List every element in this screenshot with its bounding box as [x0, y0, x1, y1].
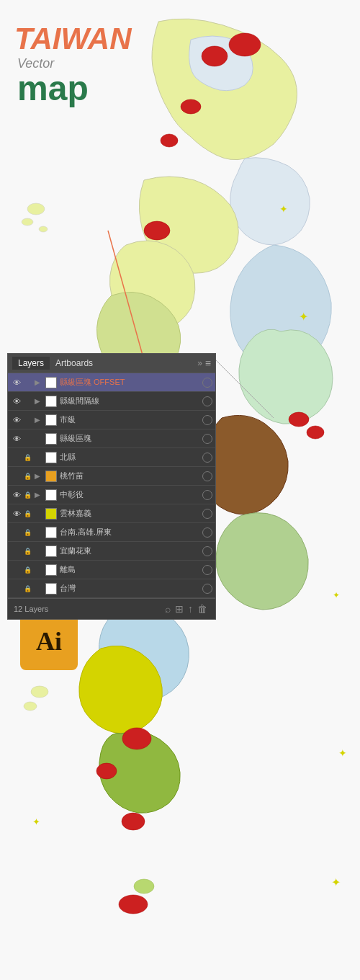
layer-color-box [45, 414, 57, 426]
layer-visibility-icon[interactable] [11, 452, 22, 463]
layer-row[interactable]: 👁▶市級 [8, 411, 215, 429]
layer-expand-icon[interactable] [32, 584, 42, 594]
layer-expand-icon[interactable] [32, 546, 42, 556]
layer-expand-icon[interactable]: ▶ [32, 490, 42, 500]
layer-name-label: 雲林嘉義 [60, 508, 202, 519]
layer-color-box [45, 564, 57, 576]
layer-visibility-icon[interactable]: 👁 [11, 377, 22, 388]
layer-target-circle[interactable] [202, 378, 212, 388]
svg-point-13 [96, 763, 117, 779]
layer-visibility-icon[interactable]: 👁 [11, 433, 22, 445]
layer-visibility-icon[interactable]: 👁 [11, 414, 22, 426]
layer-expand-icon[interactable] [32, 527, 42, 538]
layer-target-circle[interactable] [202, 565, 212, 575]
svg-point-9 [289, 412, 309, 427]
layer-visibility-icon[interactable] [11, 564, 22, 576]
layer-lock-icon[interactable]: 🔒 [22, 584, 32, 594]
layer-row[interactable]: 🔒離島 [8, 561, 215, 579]
layer-color-box [45, 527, 57, 538]
layer-name-label: 台灣 [60, 583, 202, 594]
layers-panel: Layers Artboards » ≡ 👁▶縣級區塊 OFFSET👁▶縣級間隔… [7, 353, 216, 620]
layer-row[interactable]: 🔒台灣 [8, 579, 215, 598]
layer-lock-icon[interactable]: 🔒 [22, 565, 32, 575]
layer-color-box [45, 396, 57, 407]
layer-expand-icon[interactable] [32, 434, 42, 444]
layer-row[interactable]: 👁▶縣級間隔線 [8, 392, 215, 411]
layer-lock-icon[interactable] [22, 396, 32, 406]
layer-lock-icon[interactable]: 🔒 [22, 527, 32, 538]
layer-target-circle[interactable] [202, 415, 212, 425]
layer-target-circle[interactable] [202, 434, 212, 444]
layer-color-box [45, 452, 57, 463]
layer-expand-icon[interactable]: ▶ [32, 471, 42, 481]
layer-lock-icon[interactable]: 🔒 [22, 490, 32, 500]
layer-visibility-icon[interactable] [11, 471, 22, 482]
svg-point-28 [119, 895, 148, 914]
layer-lock-icon[interactable]: 🔒 [22, 546, 32, 556]
layer-name-label: 桃竹苗 [60, 471, 202, 481]
layer-target-circle[interactable] [202, 490, 212, 500]
svg-text:✦: ✦ [279, 203, 288, 215]
ai-label: Ai [36, 626, 62, 656]
move-up-icon[interactable]: ↑ [188, 603, 193, 615]
layer-visibility-icon[interactable]: 👁 [11, 508, 22, 520]
svg-point-7 [161, 134, 178, 147]
layer-lock-icon[interactable]: 🔒 [22, 509, 32, 519]
layer-lock-icon[interactable]: 🔒 [22, 471, 32, 481]
layer-row[interactable]: 👁🔒▶中彰役 [8, 486, 215, 504]
delete-icon[interactable]: 🗑 [197, 603, 207, 615]
layer-row[interactable]: 👁🔒雲林嘉義 [8, 504, 215, 523]
layer-expand-icon[interactable] [32, 565, 42, 575]
layer-name-label: 市級 [60, 414, 202, 425]
layer-expand-icon[interactable]: ▶ [32, 378, 42, 388]
layer-name-label: 離島 [60, 564, 202, 575]
layer-target-circle[interactable] [202, 509, 212, 519]
layer-expand-icon[interactable]: ▶ [32, 415, 42, 425]
svg-text:✦: ✦ [32, 816, 40, 827]
menu-icon[interactable]: ≡ [205, 357, 211, 369]
layer-color-box [45, 489, 57, 501]
svg-point-8 [144, 221, 170, 240]
expand-icon[interactable]: » [197, 358, 202, 368]
layer-row[interactable]: 🔒宜蘭花東 [8, 542, 215, 561]
new-layer-icon[interactable]: ⊞ [175, 603, 184, 615]
svg-point-12 [122, 813, 145, 830]
layer-name-label: 縣級區塊 [60, 433, 202, 444]
layer-visibility-icon[interactable] [11, 545, 22, 557]
tab-layers[interactable]: Layers [12, 357, 50, 370]
layer-color-box [45, 508, 57, 520]
layer-visibility-icon[interactable] [11, 583, 22, 594]
layer-row[interactable]: 🔒台南.高雄.屏東 [8, 523, 215, 542]
layer-target-circle[interactable] [202, 546, 212, 556]
layer-lock-icon[interactable] [22, 415, 32, 425]
svg-point-6 [181, 99, 201, 114]
layer-row[interactable]: 👁縣級區塊 [8, 429, 215, 448]
layer-lock-icon[interactable]: 🔒 [22, 453, 32, 463]
layer-name-label: 中彰役 [60, 489, 202, 500]
svg-text:✦: ✦ [338, 747, 347, 759]
layer-visibility-icon[interactable] [11, 527, 22, 538]
layer-target-circle[interactable] [202, 527, 212, 538]
layer-row[interactable]: 👁▶縣級區塊 OFFSET [8, 373, 215, 392]
layer-target-circle[interactable] [202, 453, 212, 463]
svg-point-1 [27, 203, 45, 215]
layers-panel-header: Layers Artboards » ≡ [8, 354, 215, 373]
search-icon[interactable]: ⌕ [165, 603, 171, 615]
layer-color-box [45, 471, 57, 482]
layer-lock-icon[interactable] [22, 378, 32, 388]
layer-target-circle[interactable] [202, 471, 212, 481]
title-map: map [14, 71, 132, 106]
layer-expand-icon[interactable] [32, 453, 42, 463]
layer-target-circle[interactable] [202, 584, 212, 594]
layer-visibility-icon[interactable]: 👁 [11, 489, 22, 501]
tab-artboards[interactable]: Artboards [50, 357, 99, 370]
layer-row[interactable]: 🔒▶桃竹苗 [8, 467, 215, 486]
layer-expand-icon[interactable] [32, 509, 42, 519]
layer-color-box [45, 377, 57, 388]
layer-row[interactable]: 🔒北縣 [8, 448, 215, 467]
layer-visibility-icon[interactable]: 👁 [11, 396, 22, 407]
layer-lock-icon[interactable] [22, 434, 32, 444]
layer-target-circle[interactable] [202, 396, 212, 406]
svg-point-27 [134, 879, 154, 894]
layer-expand-icon[interactable]: ▶ [32, 396, 42, 406]
